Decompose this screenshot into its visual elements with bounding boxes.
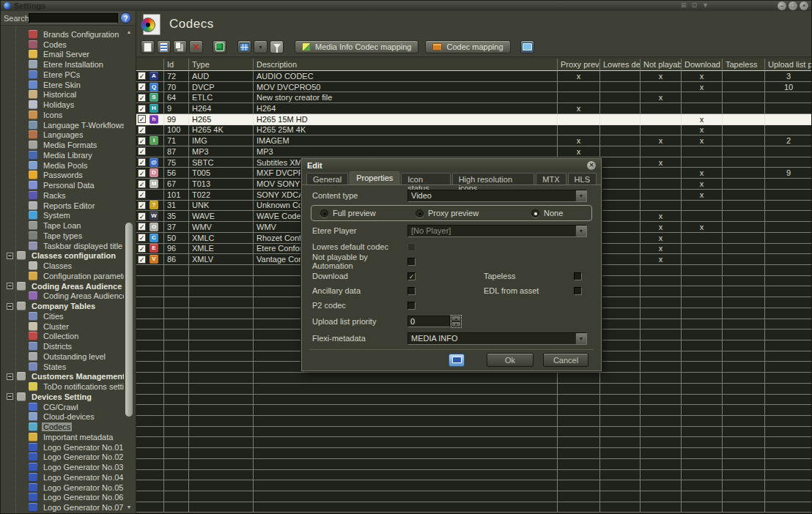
ancillary-data-checkbox[interactable] <box>407 287 416 295</box>
sidebar-item-languages[interactable]: Languages <box>1 130 124 141</box>
row-checkbox[interactable]: ✓ <box>138 234 146 242</box>
upload-priority-input[interactable]: 0 <box>407 316 450 327</box>
sidebar-item-skin[interactable]: Etere Skin <box>1 80 124 90</box>
maximize-button[interactable]: □ <box>789 1 797 10</box>
row-checkbox[interactable]: ✓ <box>138 94 146 102</box>
row-checkbox[interactable]: ✓ <box>138 115 146 123</box>
tab-high-resolution-icons[interactable]: High resolution icons <box>452 173 535 185</box>
proxy-preview-radio[interactable]: Proxy preview <box>416 209 479 217</box>
sidebar-item-media-library[interactable]: Media Library <box>1 150 124 160</box>
not-playable-checkbox[interactable] <box>407 258 416 266</box>
column-header-sel[interactable] <box>136 59 164 71</box>
sidebar-item-brands[interactable]: Brands Configuration <box>1 29 124 40</box>
sidebar-item-historical[interactable]: Historical <box>1 90 124 100</box>
filter-button[interactable] <box>270 40 284 53</box>
sidebar-item-logo[interactable]: Logo Generator No.07 <box>1 502 124 513</box>
table-row[interactable]: ✓H9H264H264x <box>136 103 811 114</box>
column-header-download[interactable]: Download <box>682 59 723 71</box>
table-row[interactable]: ✓h99H265H265 15M HDx <box>136 114 811 125</box>
sidebar-item-metadata[interactable]: Important metadata <box>1 432 124 442</box>
table-row[interactable]: ✓87MP3MP3x <box>136 146 811 157</box>
table-row[interactable]: ✓Q70DVCPMOV DVCPRO50x10 <box>136 82 811 93</box>
dialog-close-icon[interactable]: ✕ <box>587 161 596 170</box>
sidebar-item-tape-loan[interactable]: Tape Loan <box>1 220 124 231</box>
columns-menu-button[interactable]: ▾ <box>254 40 267 53</box>
column-header-upload[interactable]: Upload list prior <box>765 59 811 71</box>
sidebar-item-folder[interactable]: −Company Tables <box>1 301 124 311</box>
sidebar-item-pcs[interactable]: Etere PCs <box>1 70 124 80</box>
panel-view-icon[interactable]: ⊡ <box>692 1 698 9</box>
row-checkbox[interactable]: ✓ <box>138 169 146 177</box>
sidebar-item-logo[interactable]: Logo Generator No.05 <box>1 483 124 493</box>
close-button[interactable]: × <box>800 1 808 10</box>
row-checkbox[interactable]: ✓ <box>138 256 146 264</box>
sidebar-item-logo[interactable]: Logo Generator No.02 <box>1 452 124 463</box>
sidebar-item-workflows[interactable]: Language T-Workflows <box>1 120 124 130</box>
tab-general[interactable]: General <box>306 173 348 185</box>
sidebar-item-folder[interactable]: −Customers Management S <box>1 372 124 382</box>
row-checkbox[interactable]: ✓ <box>138 72 146 80</box>
sidebar-item-states[interactable]: States <box>1 362 124 372</box>
scroll-up-icon[interactable]: ▲ <box>125 28 133 37</box>
column-header-id[interactable]: Id <box>164 59 189 71</box>
row-checkbox[interactable]: ✓ <box>138 105 146 113</box>
row-checkbox[interactable]: ✓ <box>138 158 146 166</box>
new-button[interactable] <box>141 40 155 53</box>
row-checkbox[interactable]: ✓ <box>138 190 146 198</box>
sidebar-item-folder[interactable]: −Coding Areas Audience S <box>1 281 124 291</box>
full-preview-radio[interactable]: Full preview <box>320 209 376 217</box>
chevron-down-icon[interactable]: ▼ <box>575 333 586 344</box>
copy-button[interactable] <box>173 40 187 53</box>
sidebar-item-logo[interactable]: Logo Generator No.03 <box>1 462 124 472</box>
collapse-icon[interactable]: − <box>7 283 13 289</box>
row-checkbox[interactable]: ✓ <box>138 212 146 220</box>
collapse-icon[interactable]: − <box>7 393 13 400</box>
column-header-proxy[interactable]: Proxy previ... <box>558 59 600 71</box>
scrollbar-thumb[interactable] <box>125 223 133 417</box>
sidebar-item-system[interactable]: System <box>1 211 124 221</box>
sidebar-item-folder[interactable]: −Devices Setting <box>1 392 124 402</box>
upload-priority-stepper[interactable]: ▲▼ <box>451 316 461 327</box>
cancel-button[interactable]: Cancel <box>543 353 588 367</box>
lowres-default-checkbox[interactable] <box>407 243 416 251</box>
download-checkbox[interactable] <box>407 272 416 280</box>
codec-mapping-button[interactable]: Codec mapping <box>425 40 510 53</box>
sidebar-item-todo[interactable]: ToDo notifications settings <box>1 381 124 392</box>
tab-icon-status[interactable]: Icon status <box>401 173 450 185</box>
tapeless-checkbox[interactable] <box>574 272 582 280</box>
flexi-metadata-select[interactable]: MEDIA INFO ▼ <box>407 332 587 345</box>
media-info-mapping-button[interactable]: Media Info Codec mapping <box>295 40 418 53</box>
sidebar-item-racks[interactable]: Racks <box>1 190 124 201</box>
collapse-icon[interactable]: − <box>7 373 13 380</box>
sidebar-item-logo[interactable]: Logo Generator No.06 <box>1 493 124 503</box>
sidebar-item-holidays[interactable]: Holidays <box>1 100 124 110</box>
sidebar-item-media-pools[interactable]: Media Pools <box>1 160 124 171</box>
sidebar-item-collection[interactable]: Collection <box>1 332 124 342</box>
collapse-icon[interactable]: − <box>7 253 13 259</box>
collapse-icon[interactable]: − <box>7 303 13 310</box>
sidebar-item-districts[interactable]: Districts <box>1 341 124 351</box>
minimize-button[interactable]: – <box>778 1 786 10</box>
row-checkbox[interactable]: ✓ <box>138 147 146 155</box>
sidebar-item-icons[interactable]: Icons <box>1 110 124 120</box>
row-checkbox[interactable]: ✓ <box>138 223 146 231</box>
sidebar-item-folder[interactable]: −Classes configuration <box>1 251 124 261</box>
sidebar-item-classes[interactable]: Classes <box>1 261 124 271</box>
none-radio[interactable]: None <box>531 209 563 217</box>
chevron-down-icon[interactable]: ▼ <box>702 1 709 9</box>
content-type-select[interactable]: Video ▼ <box>407 190 587 202</box>
sidebar-item-cities[interactable]: Cities <box>1 311 124 321</box>
table-row[interactable]: ✓I71IMGIMAGEMxxx2 <box>136 135 811 146</box>
monitor-button[interactable] <box>520 40 534 53</box>
p2-codec-checkbox[interactable] <box>407 302 416 310</box>
sidebar-item-passwords[interactable]: Passwords <box>1 171 124 181</box>
sidebar-item-audience[interactable]: Coding Areas Audience <box>1 291 124 302</box>
sidebar-item-logo[interactable]: Logo Generator No.01 <box>1 442 124 452</box>
column-header-notplay[interactable]: Not playab... <box>641 59 682 71</box>
tab-hls[interactable]: HLS <box>568 173 597 185</box>
sidebar-item-logo[interactable]: Logo Generator No.04 <box>1 472 124 483</box>
ok-button[interactable]: Ok <box>487 353 534 367</box>
table-row[interactable]: ✓A72AUDAUDIO CODECxxx3 <box>136 71 811 82</box>
sidebar-item-codecs[interactable]: Codecs <box>1 422 124 432</box>
sidebar-item-installation[interactable]: Etere Installation <box>1 59 124 70</box>
